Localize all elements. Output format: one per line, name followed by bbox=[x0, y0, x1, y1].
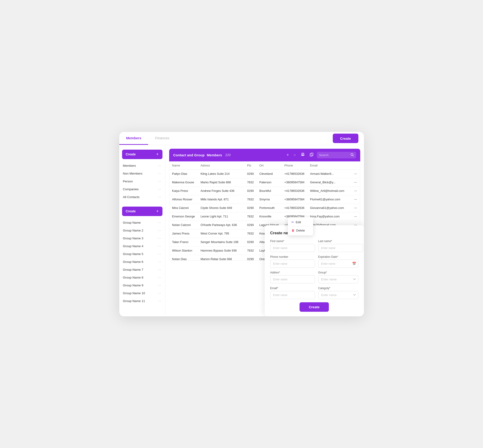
cell-address: Leone Light Apt. 711 bbox=[198, 212, 244, 221]
group-2-dots-icon[interactable]: ··· bbox=[158, 229, 161, 233]
cell-plz: 0290 bbox=[244, 169, 257, 178]
group-10-dots-icon[interactable]: ··· bbox=[158, 291, 161, 295]
address-input[interactable] bbox=[270, 275, 315, 283]
col-ort: Ort bbox=[257, 161, 282, 170]
group-5-dots-icon[interactable]: ··· bbox=[158, 252, 161, 256]
context-delete-item[interactable]: 🗑 Delete bbox=[288, 227, 313, 234]
cell-phone: +41786532636 bbox=[282, 186, 307, 195]
top-create-button[interactable]: Create bbox=[333, 134, 358, 143]
row-dots-button[interactable]: ··· bbox=[351, 186, 360, 195]
print-button[interactable] bbox=[299, 152, 306, 159]
search-icon bbox=[351, 153, 354, 157]
form-group-group: Group* Enter name bbox=[318, 271, 358, 283]
group-8-dots-icon[interactable]: ··· bbox=[158, 276, 161, 280]
cell-address: Hammes Bypass Suite 936 bbox=[198, 246, 244, 255]
tab-finances[interactable]: Finances bbox=[148, 132, 176, 145]
sidebar-item-non-members[interactable]: Non Members ··· bbox=[119, 170, 165, 177]
cell-name: Wilson Stanton bbox=[169, 246, 198, 255]
cell-address: Andrew Forges Suite 436 bbox=[198, 186, 244, 195]
members-dots-icon[interactable]: ··· bbox=[158, 164, 161, 168]
cell-name: Emerson George bbox=[169, 212, 198, 221]
form-group-last-name: Last name* bbox=[318, 240, 363, 252]
group-4-dots-icon[interactable]: ··· bbox=[158, 244, 161, 248]
sidebar-item-group-5[interactable]: Group Name 5 ··· bbox=[119, 250, 165, 258]
col-actions bbox=[351, 161, 360, 170]
calendar-icon: 📅 bbox=[352, 262, 356, 265]
sidebar-item-group-2[interactable]: Group Name 2 ··· bbox=[119, 227, 165, 234]
groups-section: Create + Group Name ··· Group Name 2 ···… bbox=[119, 207, 165, 305]
svg-rect-2 bbox=[302, 155, 304, 156]
cell-ort: Cleveland bbox=[257, 169, 282, 178]
email-input[interactable] bbox=[270, 291, 315, 299]
phone-input[interactable] bbox=[270, 260, 315, 268]
first-name-input[interactable] bbox=[270, 244, 315, 252]
main-content: Create + Members ··· Non Members ··· Per… bbox=[119, 145, 364, 315]
create-panel-title: Create new member bbox=[270, 231, 358, 235]
row-dots-button[interactable]: ··· bbox=[351, 212, 360, 221]
sidebar-item-companies[interactable]: Companies ··· bbox=[119, 185, 165, 193]
sidebar-item-group-4[interactable]: Group Name 4 ··· bbox=[119, 242, 165, 250]
companies-dots-icon[interactable]: ··· bbox=[158, 187, 161, 191]
form-row-phone-expiry: Phone number Expiration Date* 📅 bbox=[270, 255, 358, 268]
search-input[interactable] bbox=[319, 153, 349, 157]
sidebar-item-group-3[interactable]: Group Name 3 ··· bbox=[119, 234, 165, 242]
last-name-input[interactable] bbox=[318, 244, 363, 252]
row-dots-button[interactable]: ··· bbox=[351, 204, 360, 212]
delete-label: Delete bbox=[296, 229, 305, 232]
table-row: Emerson George Leone Light Apt. 711 7832… bbox=[169, 212, 360, 221]
cell-plz: 0290 bbox=[244, 238, 257, 246]
cell-name: Kaiya Press bbox=[169, 186, 198, 195]
cell-name: Mira Calzoni bbox=[169, 204, 198, 212]
groups-create-label: Create bbox=[126, 209, 136, 213]
remove-row-button[interactable]: − bbox=[292, 152, 297, 158]
row-dots-button[interactable]: ··· bbox=[351, 195, 360, 204]
group-6-dots-icon[interactable]: ··· bbox=[158, 260, 161, 264]
context-menu: ✏ Edit 🗑 Delete bbox=[288, 217, 313, 235]
person-dots-icon[interactable]: ··· bbox=[158, 179, 161, 184]
form-group-category: Categoty* Enter name bbox=[318, 287, 358, 299]
svg-line-6 bbox=[353, 155, 353, 156]
sidebar-item-group-7[interactable]: Group Name 7 ··· bbox=[119, 266, 165, 274]
cell-plz: 7832 bbox=[244, 246, 257, 255]
group-7-dots-icon[interactable]: ··· bbox=[158, 268, 161, 272]
groups-create-button[interactable]: Create + bbox=[122, 207, 163, 216]
row-dots-button[interactable]: ··· bbox=[351, 178, 360, 186]
contacts-create-button[interactable]: Create + bbox=[122, 150, 163, 159]
group-9-dots-icon[interactable]: ··· bbox=[158, 283, 161, 288]
cell-email: Irma.Fay@yahoo.com bbox=[307, 212, 351, 221]
sidebar-item-all-contacts[interactable]: All Contacts ··· bbox=[119, 193, 165, 201]
sidebar-item-person[interactable]: Person ··· bbox=[119, 177, 165, 185]
group-11-dots-icon[interactable]: ··· bbox=[158, 299, 161, 303]
tab-members[interactable]: Members bbox=[119, 132, 148, 145]
sidebar-item-group-8[interactable]: Group Name 8 ··· bbox=[119, 274, 165, 281]
row-dots-button[interactable]: ··· bbox=[351, 169, 360, 178]
copy-button[interactable] bbox=[308, 152, 315, 159]
col-email: Email bbox=[307, 161, 351, 170]
cell-phone: +38095847584 bbox=[282, 195, 307, 204]
cell-address: Marks Rapid Suite 868 bbox=[198, 178, 244, 186]
sidebar-item-group-9[interactable]: Group Name 9 ··· bbox=[119, 281, 165, 289]
cell-plz: 7832 bbox=[244, 212, 257, 221]
add-row-button[interactable]: + bbox=[285, 152, 290, 158]
form-group-address: Addres* bbox=[270, 271, 315, 283]
table-row: Paityn Dias Kling Lakes Suite 214 0290 C… bbox=[169, 169, 360, 178]
sidebar-item-group-6[interactable]: Group Name 6 ··· bbox=[119, 258, 165, 266]
cell-name: Paityn Dias bbox=[169, 169, 198, 178]
cell-email: Armani.Walker9... bbox=[307, 169, 351, 178]
cell-plz: 7832 bbox=[244, 229, 257, 238]
sidebar-item-group-10[interactable]: Group Name 10 ··· bbox=[119, 289, 165, 297]
sidebar-item-members[interactable]: Members ··· bbox=[119, 162, 165, 170]
sidebar-item-group-11[interactable]: Group Name 11 ··· bbox=[119, 297, 165, 305]
sidebar-item-group-1[interactable]: Group Name ··· bbox=[119, 219, 165, 227]
cell-phone: +41786532636 bbox=[282, 169, 307, 178]
group-1-dots-icon[interactable]: ··· bbox=[158, 221, 161, 225]
context-edit-item[interactable]: ✏ Edit bbox=[288, 219, 313, 226]
non-members-dots-icon[interactable]: ··· bbox=[158, 172, 161, 176]
group-3-dots-icon[interactable]: ··· bbox=[158, 236, 161, 240]
form-group-phone: Phone number bbox=[270, 255, 315, 268]
last-name-label: Last name* bbox=[318, 240, 363, 243]
create-submit-button[interactable]: Create bbox=[300, 302, 329, 312]
group-select[interactable]: Enter name bbox=[318, 275, 358, 283]
category-select[interactable]: Enter name bbox=[318, 291, 358, 299]
all-contacts-dots-icon[interactable]: ··· bbox=[158, 195, 161, 199]
